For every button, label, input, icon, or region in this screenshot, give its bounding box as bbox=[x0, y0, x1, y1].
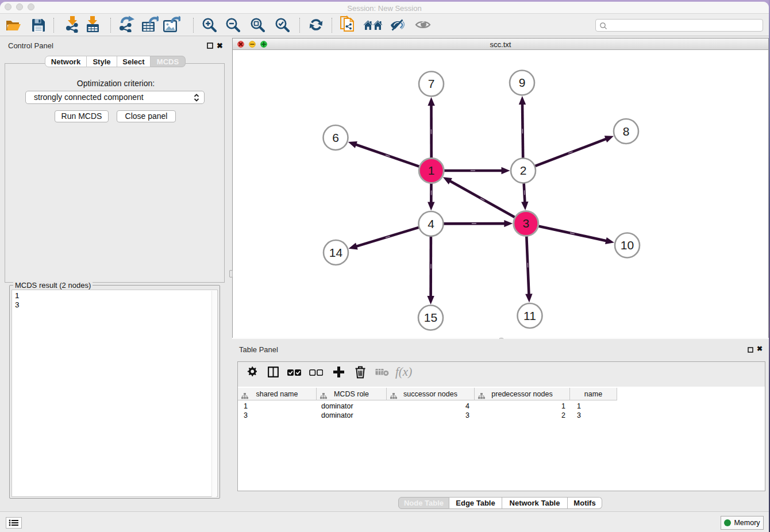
svg-text:11: 11 bbox=[523, 309, 536, 322]
svg-text:7: 7 bbox=[428, 77, 435, 90]
svg-text:14: 14 bbox=[329, 246, 343, 259]
svg-text:f(x): f(x) bbox=[395, 365, 412, 379]
svg-text:4: 4 bbox=[428, 217, 434, 230]
svg-text:8: 8 bbox=[623, 125, 630, 138]
svg-text:1: 1 bbox=[428, 164, 435, 177]
svg-text:9: 9 bbox=[519, 76, 526, 89]
svg-text:2: 2 bbox=[520, 164, 527, 177]
svg-text:3: 3 bbox=[522, 217, 529, 230]
svg-text:6: 6 bbox=[332, 131, 339, 144]
svg-text:10: 10 bbox=[621, 238, 634, 252]
svg-text:15: 15 bbox=[424, 311, 437, 324]
